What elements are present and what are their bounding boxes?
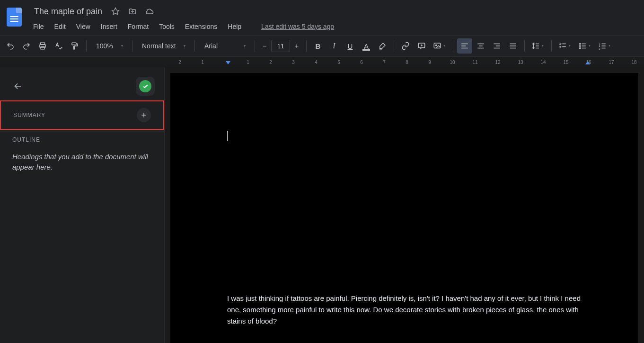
ruler-tick: 16 — [584, 57, 593, 67]
paragraph-style-value: Normal text — [142, 42, 176, 50]
ruler-tick: 4 — [311, 57, 321, 67]
check-icon — [139, 80, 151, 92]
doc-title-input[interactable]: The maple of pain — [30, 6, 106, 18]
ruler-tick: 15 — [561, 57, 571, 67]
ruler-tick: 1 — [198, 57, 207, 67]
align-justify-button[interactable] — [505, 38, 520, 54]
ruler-tick: 5 — [334, 57, 344, 67]
menu-format[interactable]: Format — [124, 21, 152, 32]
insert-image-button[interactable] — [430, 38, 449, 54]
menu-tools[interactable]: Tools — [155, 21, 178, 32]
svg-rect-4 — [72, 43, 76, 45]
last-edit-link[interactable]: Last edit was 5 days ago — [257, 21, 338, 32]
checklist-button[interactable] — [556, 38, 574, 54]
outline-label: OUTLINE — [12, 136, 40, 143]
align-left-button[interactable] — [457, 38, 472, 54]
svg-point-7 — [436, 45, 437, 45]
font-family-value: Arial — [204, 42, 218, 50]
ruler-tick: 2 — [175, 57, 185, 67]
ruler-tick: 11 — [470, 57, 480, 67]
document-page[interactable]: I was just thinking if tattoos are painf… — [170, 73, 638, 343]
outline-empty-note: Headings that you add to the document wi… — [8, 150, 157, 177]
sidebar-back-button[interactable] — [9, 78, 26, 95]
menu-view[interactable]: View — [72, 21, 94, 32]
ruler-tick: 13 — [516, 57, 525, 67]
ruler-tick: 2 — [266, 57, 275, 67]
svg-point-8 — [580, 43, 581, 44]
ruler-tick: 6 — [357, 57, 366, 67]
insert-comment-button[interactable] — [414, 38, 429, 54]
font-size-input[interactable] — [271, 40, 290, 52]
ruler-tick: 17 — [607, 57, 616, 67]
ruler-tick — [221, 57, 230, 67]
zoom-value: 100% — [96, 42, 113, 50]
docs-logo[interactable] — [4, 4, 25, 30]
ruler-tick: 14 — [538, 57, 548, 67]
bold-button[interactable]: B — [310, 38, 326, 54]
menu-help[interactable]: Help — [224, 21, 245, 32]
redo-button[interactable] — [19, 38, 34, 54]
document-canvas[interactable]: I was just thinking if tattoos are painf… — [165, 67, 644, 343]
outline-section: OUTLINE Headings that you add to the doc… — [0, 130, 164, 177]
zoom-select[interactable]: 100% — [90, 38, 128, 54]
outline-status-chip[interactable] — [136, 77, 155, 96]
paint-format-button[interactable] — [67, 38, 82, 54]
docs-logo-icon — [7, 8, 22, 27]
move-icon[interactable] — [125, 4, 140, 19]
ruler-tick: 18 — [629, 57, 639, 67]
ruler-tick: 7 — [379, 57, 389, 67]
summary-section: SUMMARY — [0, 100, 164, 130]
outline-sidebar: SUMMARY OUTLINE Headings that you add to… — [0, 67, 165, 343]
svg-point-9 — [580, 45, 581, 46]
line-spacing-button[interactable] — [529, 38, 547, 54]
summary-label: SUMMARY — [13, 112, 45, 118]
menu-file[interactable]: File — [29, 21, 48, 32]
text-color-button[interactable]: A — [359, 38, 374, 54]
menu-bar: File Edit View Insert Format Tools Exten… — [25, 19, 640, 35]
svg-marker-0 — [112, 8, 119, 15]
ruler-tick: 9 — [425, 57, 434, 67]
text-cursor-icon — [227, 131, 228, 141]
spellcheck-button[interactable] — [51, 38, 66, 54]
font-size-control: − + — [259, 40, 302, 52]
insert-link-button[interactable] — [398, 38, 413, 54]
font-size-decrease[interactable]: − — [259, 40, 270, 52]
paragraph-style-select[interactable]: Normal text — [136, 38, 191, 54]
menu-extensions[interactable]: Extensions — [181, 21, 221, 32]
svg-point-10 — [580, 47, 581, 48]
align-right-button[interactable] — [489, 38, 504, 54]
ruler-tick: 12 — [493, 57, 503, 67]
bulleted-list-button[interactable] — [575, 38, 594, 54]
align-center-button[interactable] — [473, 38, 488, 54]
app-header: The maple of pain File Edit View Insert … — [0, 0, 644, 35]
menu-edit[interactable]: Edit — [51, 21, 70, 32]
document-body-text[interactable]: I was just thinking if tattoos are painf… — [227, 293, 582, 327]
font-size-increase[interactable]: + — [291, 40, 302, 52]
undo-button[interactable] — [3, 38, 18, 54]
svg-text:3: 3 — [599, 47, 600, 50]
highlight-button[interactable] — [375, 38, 390, 54]
add-summary-button[interactable] — [137, 108, 151, 122]
horizontal-ruler[interactable]: 21123456789101112131415161718 — [0, 57, 644, 67]
ruler-tick: 1 — [243, 57, 253, 67]
cloud-status-icon[interactable] — [142, 4, 157, 19]
font-family-select[interactable]: Arial — [199, 38, 251, 54]
toolbar: 100% Normal text Arial − + B I U A — [0, 35, 644, 57]
menu-insert[interactable]: Insert — [97, 21, 121, 32]
ruler-tick: 10 — [448, 57, 457, 67]
ruler-tick: 8 — [402, 57, 412, 67]
star-icon[interactable] — [108, 4, 123, 19]
print-button[interactable] — [35, 38, 50, 54]
ruler-tick: 3 — [289, 57, 298, 67]
numbered-list-button[interactable]: 123 — [595, 38, 614, 54]
italic-button[interactable]: I — [326, 38, 342, 54]
underline-button[interactable]: U — [343, 38, 358, 54]
